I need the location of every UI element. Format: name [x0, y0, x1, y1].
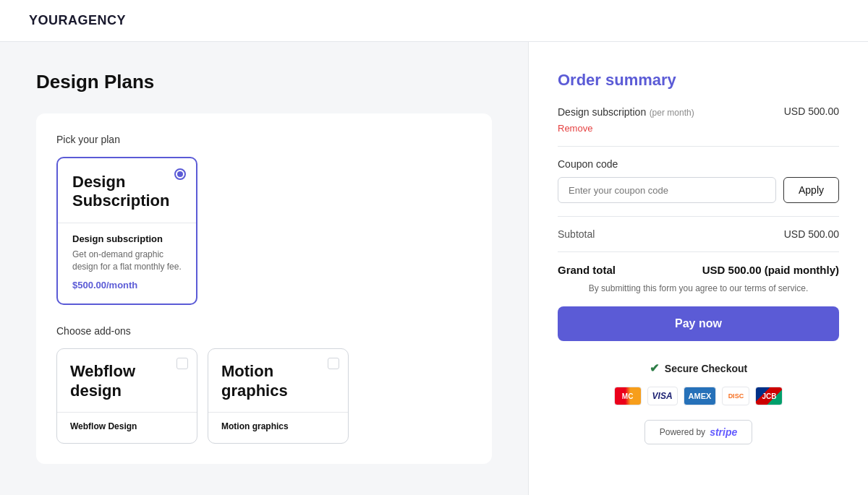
left-panel: Design Plans Pick your plan Design Subsc… [0, 42, 528, 495]
plan-card-divider [58, 223, 196, 223]
grand-total-amount: USD 500.00 (paid monthly) [702, 264, 839, 276]
plan-card-price: $500.00/month [72, 280, 182, 290]
subscription-amount: USD 500.00 [784, 106, 839, 117]
apply-button[interactable]: Apply [783, 177, 839, 203]
remove-link[interactable]: Remove [558, 123, 592, 134]
coupon-input[interactable] [558, 177, 776, 203]
addon-cards: Webflow design Webflow Design Motion gra… [56, 348, 472, 444]
coupon-label: Coupon code [558, 158, 839, 170]
plan-card-desc: Get on-demand graphic design for a flat … [72, 249, 182, 273]
stripe-label: stripe [710, 426, 737, 438]
subtotal-amount: USD 500.00 [784, 228, 839, 240]
discover-icon: DISC [722, 387, 749, 405]
plan-card-radio-inner [177, 171, 183, 177]
pay-button[interactable]: Pay now [558, 306, 839, 341]
jcb-icon: JCB [755, 387, 783, 405]
pick-label: Pick your plan [56, 134, 472, 145]
order-title: Order summary [558, 71, 839, 90]
addons-label: Choose add-ons [56, 325, 472, 337]
order-subscription-row: Design subscription (per month) USD 500.… [558, 106, 839, 119]
grand-total-row: Grand total USD 500.00 (paid monthly) [558, 264, 839, 276]
addon-title-motion: Motion graphics [221, 362, 335, 400]
plan-card-radio [174, 168, 186, 180]
section-title: Design Plans [36, 71, 492, 93]
subtotal-label: Subtotal [558, 228, 595, 240]
coupon-row: Apply [558, 177, 839, 203]
secure-checkout: ✔ Secure Checkout [558, 361, 839, 375]
stripe-badge: Powered by stripe [644, 420, 753, 444]
order-divider-3 [558, 251, 839, 252]
payment-icons: MC VISA AMEX DISC JCB [558, 387, 839, 405]
plan-card-title: Design Subscription [72, 173, 182, 211]
addon-sub-motion: Motion graphics [221, 421, 335, 431]
subtotal-row: Subtotal USD 500.00 [558, 228, 839, 240]
addon-divider-webflow [57, 412, 197, 413]
plan-container: Pick your plan Design Subscription Desig… [36, 113, 492, 464]
subscription-label: Design subscription (per month) [558, 106, 694, 119]
header: YOURAGENCY [0, 0, 868, 42]
main-layout: Design Plans Pick your plan Design Subsc… [0, 42, 868, 495]
amex-icon: AMEX [684, 387, 717, 405]
addon-checkbox-webflow[interactable] [176, 358, 188, 369]
plan-card[interactable]: Design Subscription Design subscription … [56, 157, 197, 305]
addon-card-motion[interactable]: Motion graphics Motion graphics [208, 348, 349, 444]
addon-title-webflow: Webflow design [70, 362, 184, 400]
right-panel: Order summary Design subscription (per m… [528, 42, 868, 495]
secure-label: Secure Checkout [665, 363, 747, 374]
grand-total-label: Grand total [558, 264, 616, 276]
addon-sub-webflow: Webflow Design [70, 421, 184, 431]
visa-icon: VISA [647, 387, 678, 405]
mastercard-icon: MC [614, 387, 642, 405]
order-divider-1 [558, 146, 839, 147]
shield-icon: ✔ [650, 361, 659, 375]
addon-checkbox-motion[interactable] [328, 358, 339, 369]
addon-divider-motion [208, 412, 348, 413]
addon-card-webflow[interactable]: Webflow design Webflow Design [56, 348, 197, 444]
logo: YOURAGENCY [29, 13, 126, 27]
order-divider-2 [558, 216, 839, 217]
plan-card-subtitle: Design subscription [72, 233, 182, 244]
powered-by-label: Powered by [660, 427, 705, 437]
terms-text: By submitting this form you agree to our… [558, 282, 839, 295]
